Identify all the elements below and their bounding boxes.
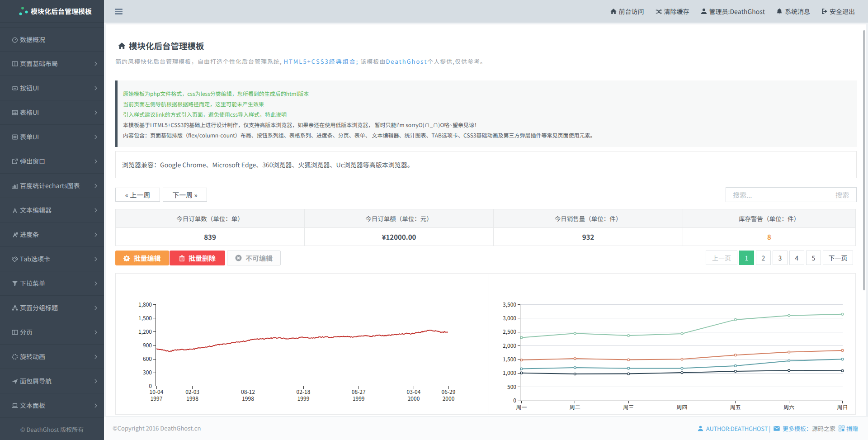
svg-text:1,000: 1,000 <box>503 369 516 376</box>
svg-text:1999: 1999 <box>353 394 365 402</box>
svg-text:2,000: 2,000 <box>503 341 516 349</box>
svg-text:周四: 周四 <box>676 403 687 411</box>
svg-text:周日: 周日 <box>837 403 848 411</box>
svg-text:周二: 周二 <box>570 403 580 411</box>
svg-text:1998: 1998 <box>242 394 254 402</box>
svg-text:1997: 1997 <box>151 394 163 402</box>
svg-text:3,000: 3,000 <box>503 314 516 322</box>
svg-text:1,500: 1,500 <box>503 355 516 363</box>
svg-text:2,500: 2,500 <box>503 327 516 335</box>
svg-text:900: 900 <box>143 341 152 349</box>
svg-text:1,800: 1,800 <box>138 300 152 308</box>
svg-text:周三: 周三 <box>623 403 634 411</box>
svg-text:1,500: 1,500 <box>138 314 152 322</box>
svg-text:周一: 周一 <box>516 403 527 411</box>
svg-text:300: 300 <box>143 368 152 376</box>
svg-text:500: 500 <box>507 383 516 390</box>
svg-text:1,200: 1,200 <box>138 327 152 335</box>
svg-text:1998: 1998 <box>186 394 198 402</box>
svg-text:周六: 周六 <box>783 403 794 411</box>
svg-text:2000: 2000 <box>408 394 420 402</box>
svg-text:1999: 1999 <box>297 394 310 402</box>
svg-text:600: 600 <box>143 355 152 362</box>
svg-text:2000: 2000 <box>443 394 455 402</box>
svg-text:周五: 周五 <box>730 403 741 411</box>
svg-text:3,500: 3,500 <box>503 300 516 308</box>
